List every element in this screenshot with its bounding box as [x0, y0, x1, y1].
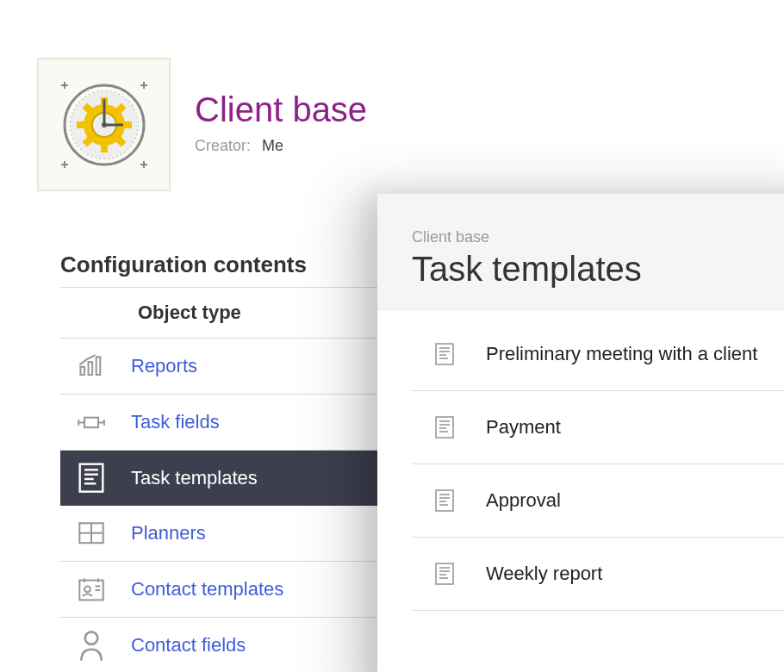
reports-icon — [78, 354, 105, 378]
svg-rect-32 — [80, 464, 103, 492]
header-text: Client base Creator: Me — [195, 58, 367, 191]
task-templates-icon — [78, 466, 105, 490]
svg-rect-52 — [436, 417, 453, 438]
svg-rect-15 — [123, 121, 132, 128]
svg-rect-62 — [436, 563, 453, 584]
svg-point-46 — [85, 632, 98, 644]
svg-rect-27 — [84, 417, 98, 426]
template-icon — [434, 488, 457, 513]
template-icon — [434, 562, 457, 586]
sidebar-item-label: Task templates — [131, 467, 258, 489]
svg-rect-47 — [436, 344, 453, 364]
svg-point-23 — [102, 122, 107, 128]
sidebar-item-label: Contact templates — [131, 578, 283, 600]
template-icon — [434, 415, 457, 439]
template-name: Preliminary meeting with a client — [486, 343, 757, 365]
template-name: Approval — [486, 489, 561, 512]
creator-row: Creator: Me — [195, 137, 367, 155]
header: Client base Creator: Me — [0, 0, 784, 191]
template-name: Weekly report — [486, 563, 602, 585]
contact-templates-icon — [78, 577, 105, 601]
template-row[interactable]: Preliminary meeting with a client — [412, 318, 784, 391]
overlay-title: Task templates — [412, 250, 784, 289]
sidebar-item-label: Task fields — [131, 411, 220, 433]
template-list: Preliminary meeting with a client Paymen… — [412, 311, 784, 611]
breadcrumb: Client base — [412, 228, 784, 246]
planners-icon — [78, 521, 105, 545]
contact-fields-icon — [78, 633, 105, 657]
template-name: Payment — [486, 416, 561, 439]
clock-gear-icon — [53, 73, 156, 177]
task-templates-panel: Client base Task templates Preliminary m… — [377, 194, 784, 672]
svg-rect-26 — [96, 358, 101, 376]
sidebar-item-label: Reports — [131, 355, 197, 377]
sidebar-item-label: Contact fields — [131, 634, 246, 656]
svg-rect-24 — [80, 367, 84, 375]
template-row[interactable]: Weekly report — [412, 538, 784, 611]
template-row[interactable]: Payment — [412, 391, 784, 464]
creator-value: Me — [262, 137, 283, 154]
page-title: Client base — [195, 89, 367, 130]
overlay-header: Client base Task templates — [377, 194, 784, 311]
sidebar-item-label: Planners — [131, 522, 206, 544]
svg-rect-57 — [436, 490, 453, 511]
app-icon — [37, 58, 171, 191]
template-row[interactable]: Approval — [412, 464, 784, 538]
task-fields-icon — [78, 410, 105, 434]
svg-point-41 — [84, 587, 90, 593]
template-icon — [434, 342, 457, 366]
svg-rect-25 — [89, 362, 93, 375]
svg-rect-14 — [77, 121, 85, 128]
creator-label: Creator: — [195, 137, 251, 154]
svg-rect-13 — [101, 144, 108, 152]
